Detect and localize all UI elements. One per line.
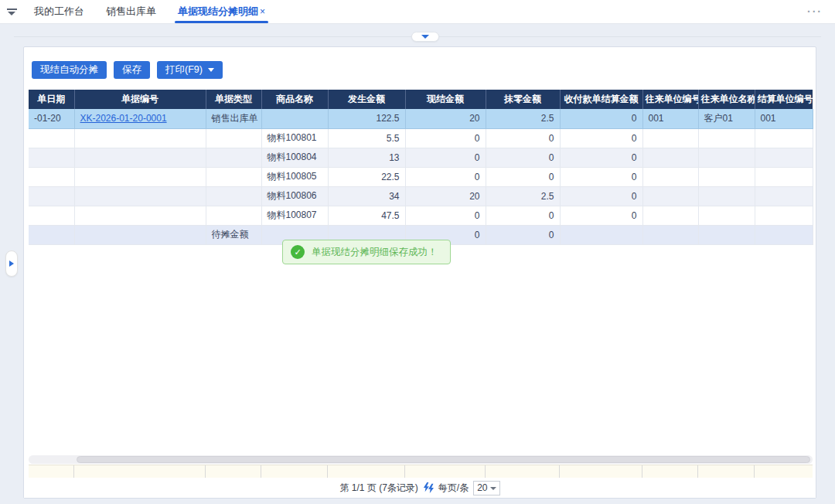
summary-cell <box>698 465 755 478</box>
data-grid: 单日期单据编号单据类型商品名称发生金额现结金额抹零金额收付款单结算金额往来单位编… <box>29 90 813 245</box>
tab-close-icon[interactable]: × <box>260 6 265 17</box>
table-cell <box>74 186 206 206</box>
column-header[interactable]: 发生金额 <box>328 90 405 109</box>
table-cell <box>755 225 813 244</box>
per-page-select[interactable]: 20 <box>473 481 499 495</box>
top-collapse-toggle[interactable] <box>411 32 439 42</box>
more-tabs-icon[interactable]: ··· <box>795 0 835 23</box>
column-header[interactable]: 往来单位名称 <box>698 90 755 109</box>
table-row[interactable]: 物料10080413000 <box>29 148 813 167</box>
column-header[interactable]: 抹零金额 <box>486 90 560 109</box>
table-row[interactable]: 物料10080522.5000 <box>29 167 813 186</box>
summary-cell <box>755 465 813 478</box>
table-cell <box>755 148 813 167</box>
column-header[interactable]: 往来单位编号 <box>642 90 698 109</box>
table-cell <box>29 225 74 244</box>
table-cell: 13 <box>328 148 405 167</box>
table-header-row: 单日期单据编号单据类型商品名称发生金额现结金额抹零金额收付款单结算金额往来单位编… <box>29 90 813 109</box>
table-cell <box>206 128 261 148</box>
print-dropdown-caret-icon <box>208 68 214 72</box>
table-cell <box>74 128 206 148</box>
table-row[interactable]: -01-20XK-2026-01-20-0001销售出库单122.5202.50… <box>29 109 813 128</box>
table-cell: 0 <box>405 148 486 167</box>
table-cell <box>74 206 206 225</box>
table-cell: 0 <box>560 128 642 148</box>
column-header[interactable]: 单日期 <box>29 90 74 109</box>
table-row[interactable]: 物料10080747.5000 <box>29 206 813 225</box>
document-number-link[interactable]: XK-2026-01-20-0001 <box>80 113 167 124</box>
table-row[interactable]: 物料10080634202.50 <box>29 186 813 206</box>
column-header[interactable]: 单据编号 <box>74 90 206 109</box>
table-cell <box>560 225 642 244</box>
column-header[interactable]: 商品名称 <box>261 90 328 109</box>
tab-list-collapse-icon[interactable] <box>0 0 23 23</box>
print-label: 打印(F9) <box>165 63 203 77</box>
table-cell: 122.5 <box>328 109 405 128</box>
tab-bar: 我的工作台 销售出库单 单据现结分摊明细 × ··· <box>0 0 835 24</box>
table-cell <box>698 206 755 225</box>
tab-cash-allocation-detail[interactable]: 单据现结分摊明细 × <box>167 0 276 23</box>
column-header[interactable]: 结算单位编号 <box>755 90 813 109</box>
print-button[interactable]: 打印(F9) <box>157 61 223 79</box>
per-page-label: 每页/条 <box>438 482 469 495</box>
table-cell: 0 <box>405 206 486 225</box>
table-cell <box>642 128 698 148</box>
table-cell: 001 <box>755 109 813 128</box>
tab-my-workbench[interactable]: 我的工作台 <box>23 0 95 23</box>
table-cell: 0 <box>560 206 642 225</box>
pagination-bar: 第 1/1 页 (7条记录) 每页/条 20 <box>24 478 816 498</box>
table-cell: 2.5 <box>486 109 560 128</box>
table-cell: XK-2026-01-20-0001 <box>74 109 206 128</box>
tab-label: 我的工作台 <box>34 5 84 19</box>
table-cell <box>261 109 328 128</box>
summary-cell <box>328 465 405 478</box>
table-body: -01-20XK-2026-01-20-0001销售出库单122.5202.50… <box>29 109 813 244</box>
toast-message: 单据现结分摊明细保存成功！ <box>312 246 438 259</box>
column-header[interactable]: 现结金额 <box>405 90 486 109</box>
success-check-icon: ✓ <box>291 245 305 259</box>
table-cell: 0 <box>560 167 642 186</box>
horizontal-scrollbar-thumb[interactable] <box>77 456 810 463</box>
summary-cell <box>74 465 206 478</box>
table-cell <box>642 148 698 167</box>
tab-sales-outbound[interactable]: 销售出库单 <box>95 0 167 23</box>
page-info: 第 1/1 页 (7条记录) <box>339 482 418 495</box>
table-cell <box>29 128 74 148</box>
table-row[interactable]: 物料1008015.5000 <box>29 128 813 148</box>
table-cell <box>755 128 813 148</box>
table-cell: 20 <box>405 186 486 206</box>
chevron-right-icon <box>9 261 14 267</box>
auto-allocate-label: 现结自动分摊 <box>40 63 98 77</box>
save-button[interactable]: 保存 <box>114 61 150 79</box>
table-cell: 待摊金额 <box>206 225 261 244</box>
table-cell: 20 <box>405 109 486 128</box>
table-cell <box>206 186 261 206</box>
table-cell: 0 <box>560 186 642 206</box>
table-cell: 0 <box>560 109 642 128</box>
table-cell: 22.5 <box>328 167 405 186</box>
table-cell <box>698 148 755 167</box>
per-page-value: 20 <box>477 482 487 493</box>
summary-cell <box>261 465 328 478</box>
table-cell: 销售出库单 <box>206 109 261 128</box>
table-cell: 0 <box>560 148 642 167</box>
main-panel: 现结自动分摊 保存 打印(F9) 单日期单据编号单据类型商品名称发生金额现结金额… <box>23 46 816 499</box>
horizontal-scrollbar-track[interactable] <box>29 455 813 464</box>
summary-cell <box>206 465 261 478</box>
summary-cell <box>560 465 642 478</box>
table-cell <box>755 186 813 206</box>
column-header[interactable]: 单据类型 <box>206 90 261 109</box>
table-cell <box>29 167 74 186</box>
menu-down-triangle <box>8 12 15 15</box>
active-tab-underline <box>175 21 268 23</box>
table-cell <box>698 186 755 206</box>
table-cell <box>74 167 206 186</box>
table-cell <box>642 186 698 206</box>
summary-cell <box>486 465 560 478</box>
table-cell: 物料100804 <box>261 148 328 167</box>
refresh-icon[interactable] <box>423 482 434 493</box>
column-header[interactable]: 收付款单结算金额 <box>560 90 642 109</box>
auto-allocate-button[interactable]: 现结自动分摊 <box>32 61 107 79</box>
left-panel-expand-toggle[interactable] <box>5 250 18 277</box>
table-cell <box>29 186 74 206</box>
